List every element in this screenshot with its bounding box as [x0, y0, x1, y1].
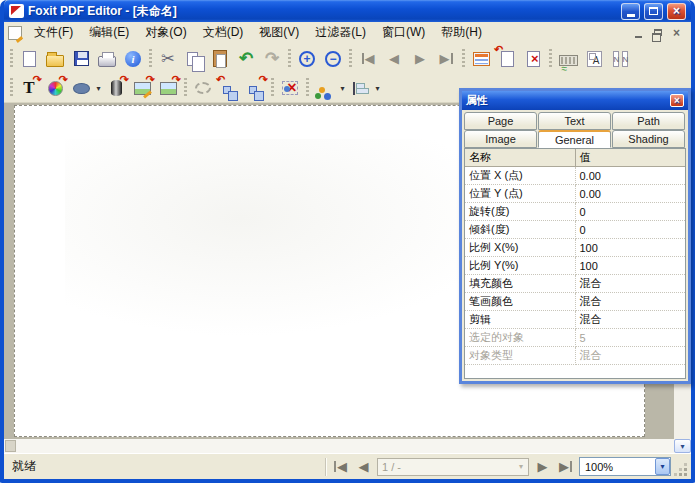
table-row[interactable]: 选定的对象 5	[465, 329, 685, 347]
property-value[interactable]: 100	[575, 257, 685, 275]
menu-item[interactable]: 编辑(E)	[81, 22, 137, 43]
property-value[interactable]: 混合	[575, 311, 685, 329]
add-shading-button[interactable]	[103, 76, 129, 101]
page-number-combo[interactable]: 1 / -	[377, 458, 529, 476]
table-row[interactable]: 对象类型 混合	[465, 347, 685, 365]
table-row[interactable]: 比例 Y(%) 100	[465, 257, 685, 275]
first-page-button[interactable]	[355, 46, 381, 71]
page-properties-button[interactable]	[468, 46, 494, 71]
property-value[interactable]: 0	[575, 221, 685, 239]
about-button[interactable]	[120, 46, 146, 71]
property-value[interactable]: 0.00	[575, 167, 685, 185]
add-path-button[interactable]	[42, 76, 68, 101]
new-button[interactable]	[16, 46, 42, 71]
scroll-left-button[interactable]	[5, 440, 16, 452]
redo-button[interactable]	[259, 46, 285, 71]
touchup-button[interactable]	[555, 46, 581, 71]
mdi-minimize-button[interactable]	[630, 25, 647, 40]
arrange-button[interactable]	[312, 76, 338, 101]
column-header-value[interactable]: 值	[575, 149, 685, 167]
print-button[interactable]	[94, 46, 120, 71]
paste-button[interactable]	[207, 46, 233, 71]
menu-item[interactable]: 文件(F)	[26, 22, 81, 43]
property-value[interactable]: 100	[575, 239, 685, 257]
shape-dropdown-caret[interactable]: ▾	[94, 84, 103, 93]
delete-object-button[interactable]	[277, 76, 303, 101]
add-image-button[interactable]	[155, 76, 181, 101]
arrange-dropdown-caret[interactable]: ▾	[338, 84, 347, 93]
table-row[interactable]: 比例 X(%) 100	[465, 239, 685, 257]
open-button[interactable]	[42, 46, 68, 71]
menu-item[interactable]: 文档(D)	[195, 22, 252, 43]
status-prev-page-button[interactable]	[352, 457, 375, 476]
ungroup-button[interactable]	[242, 76, 268, 101]
status-first-page-button[interactable]	[329, 457, 352, 476]
properties-tab[interactable]: Path	[612, 112, 685, 130]
page-number-value[interactable]: 1 / -	[378, 461, 514, 473]
edit-image-button[interactable]	[129, 76, 155, 101]
table-row[interactable]: 位置 X (点) 0.00	[465, 167, 685, 185]
mdi-restore-button[interactable]	[649, 25, 666, 40]
property-value[interactable]: 混合	[575, 293, 685, 311]
toolbar-grip[interactable]	[9, 78, 14, 98]
align-button[interactable]	[347, 76, 373, 101]
undo-button[interactable]	[233, 46, 259, 71]
prev-page-button[interactable]	[381, 46, 407, 71]
properties-panel-titlebar[interactable]: 属性	[462, 91, 688, 110]
menu-item[interactable]: 过滤器(L)	[307, 22, 374, 43]
copy-button[interactable]	[181, 46, 207, 71]
text-attributes-button[interactable]	[581, 46, 607, 71]
column-layout-button[interactable]	[607, 46, 633, 71]
property-value[interactable]: 混合	[575, 347, 685, 365]
properties-tab[interactable]: Text	[538, 112, 611, 130]
group-button[interactable]	[216, 76, 242, 101]
zoom-out-button[interactable]	[320, 46, 346, 71]
status-last-page-button[interactable]	[554, 457, 577, 476]
column-header-name[interactable]: 名称	[465, 149, 575, 167]
add-shape-button[interactable]	[68, 76, 94, 101]
maximize-button[interactable]	[644, 3, 663, 20]
zoom-in-button[interactable]	[294, 46, 320, 71]
table-row[interactable]: 倾斜(度) 0	[465, 221, 685, 239]
chevron-down-icon[interactable]	[514, 459, 528, 475]
property-value[interactable]: 0.00	[575, 185, 685, 203]
menu-item[interactable]: 视图(V)	[251, 22, 307, 43]
resize-grip[interactable]	[675, 464, 688, 477]
properties-tab[interactable]: Page	[464, 112, 537, 130]
select-tool-button[interactable]	[190, 76, 216, 101]
table-row[interactable]: 旋转(度) 0	[465, 203, 685, 221]
property-value[interactable]: 5	[575, 329, 685, 347]
next-page-button[interactable]	[407, 46, 433, 71]
align-dropdown-caret[interactable]: ▾	[373, 84, 382, 93]
status-next-page-button[interactable]	[531, 457, 554, 476]
table-row[interactable]: 位置 Y (点) 0.00	[465, 185, 685, 203]
table-row[interactable]: 剪辑 混合	[465, 311, 685, 329]
page-form-icon	[473, 52, 490, 66]
menu-item[interactable]: 对象(O)	[137, 22, 194, 43]
last-page-button[interactable]	[433, 46, 459, 71]
zoom-value[interactable]: 100%	[580, 461, 655, 473]
panel-close-button[interactable]	[670, 94, 684, 107]
horizontal-scrollbar[interactable]	[4, 439, 674, 453]
mdi-close-button[interactable]: ×	[668, 25, 685, 40]
properties-tab[interactable]: Image	[464, 130, 537, 148]
property-value[interactable]: 0	[575, 203, 685, 221]
close-button[interactable]: ×	[667, 3, 686, 20]
menu-item[interactable]: 窗口(W)	[374, 22, 433, 43]
minimize-button[interactable]	[621, 3, 640, 20]
table-row[interactable]: 填充颜色 混合	[465, 275, 685, 293]
save-button[interactable]	[68, 46, 94, 71]
add-text-button[interactable]	[16, 76, 42, 101]
delete-page-button[interactable]	[520, 46, 546, 71]
chevron-down-icon[interactable]	[655, 458, 670, 475]
property-value[interactable]: 混合	[575, 275, 685, 293]
cut-button[interactable]	[155, 46, 181, 71]
zoom-combo[interactable]: 100%	[579, 457, 671, 476]
properties-tab[interactable]: Shading	[612, 130, 685, 148]
import-page-button[interactable]	[494, 46, 520, 71]
table-row[interactable]: 笔画颜色 混合	[465, 293, 685, 311]
toolbar-grip[interactable]	[9, 49, 14, 69]
properties-tab[interactable]: General	[538, 130, 611, 148]
scroll-down-button[interactable]	[674, 439, 691, 453]
menu-item[interactable]: 帮助(H)	[433, 22, 490, 43]
